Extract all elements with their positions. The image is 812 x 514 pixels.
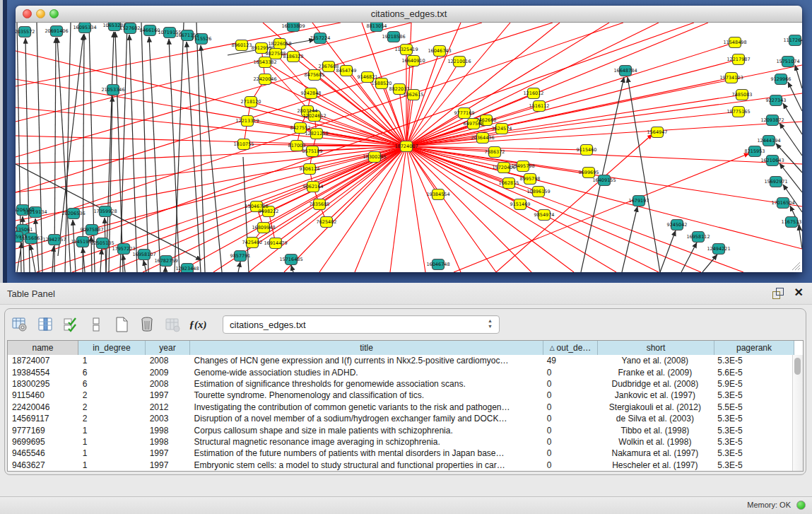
float-window-square-front — [776, 288, 784, 296]
graph-edge — [169, 39, 180, 272]
table-row[interactable]: 1456911722003Disruption of a novel membe… — [8, 413, 793, 424]
graph-node-label: 7462668 — [476, 117, 497, 123]
graph-node-label: 12444194 — [757, 138, 780, 144]
cell-title: Embryonic stem cells: a model to study s… — [190, 460, 543, 470]
cell-title: Structural magnetic resonance image aver… — [190, 437, 543, 447]
graph-node-label: 8215953 — [745, 148, 765, 154]
graph-node-label: 9857791 — [230, 253, 251, 259]
graph-node-label: 12923448 — [175, 266, 199, 271]
graph-edge — [406, 146, 574, 272]
table-row[interactable]: 946554611997Estimation of the future num… — [8, 448, 793, 459]
table-row[interactable]: 1872400712008Changes of HCN gene express… — [8, 355, 793, 366]
graph-edge — [406, 93, 802, 146]
cell-short: Nakamura et al. (1997) — [597, 448, 714, 458]
table-row[interactable]: 977716911998Corpus callosum shape and si… — [8, 424, 793, 436]
delete-columns-icon[interactable] — [138, 315, 156, 334]
graph-node-label: 15495798 — [511, 163, 534, 169]
cell-year: 1997 — [146, 448, 190, 458]
graph-edge — [238, 262, 240, 272]
close-panel-icon[interactable]: ✕ — [794, 286, 804, 299]
graph-node-label: 20364436 — [471, 135, 494, 141]
column-header-name[interactable]: name — [8, 341, 78, 355]
graph-node-label: 18219134 — [23, 209, 47, 215]
cell-pagerank: 5.3E-5 — [713, 414, 793, 424]
column-header-year[interactable]: year — [146, 341, 190, 355]
table-selector-dropdown[interactable]: citations_edges.txt ▲▼ — [223, 315, 500, 334]
cell-out_de: 0 — [543, 414, 597, 424]
column-header-out_de[interactable]: △out_de… — [543, 341, 598, 355]
cell-in_degree: 6 — [78, 368, 146, 378]
graph-edge — [291, 265, 293, 272]
graph-edge — [73, 220, 76, 272]
graph-node-label: 12210016 — [447, 59, 471, 64]
column-header-pagerank[interactable]: pagerank — [714, 341, 794, 355]
select-all-rows-icon[interactable] — [61, 315, 80, 334]
table-vertical-scrollbar[interactable] — [792, 355, 803, 471]
graph-node-label: 16640910 — [401, 58, 425, 64]
graph-node-label: 7835685 — [310, 201, 330, 207]
graph-node-label: 22420046 — [253, 76, 276, 82]
window-resize-grip[interactable] — [792, 262, 801, 271]
graph-node-label: 16409155 — [592, 177, 616, 183]
table-panel-title: Table Panel — [7, 288, 55, 299]
cell-in_degree: 2 — [78, 390, 146, 400]
cell-year: 2012 — [146, 402, 190, 412]
graph-node-label: 2035572 — [16, 29, 35, 35]
cell-pagerank: 5.9E-5 — [713, 379, 793, 389]
column-header-in_degree[interactable]: in_degree — [78, 341, 146, 355]
row-height-mode-icon[interactable] — [87, 315, 105, 334]
graph-node-label: 11548498 — [723, 40, 746, 45]
graph-node-label: 3624574 — [492, 126, 512, 132]
window-titlebar[interactable]: citations_edges.txt — [16, 6, 802, 23]
window-title: citations_edges.txt — [16, 8, 802, 19]
table-row[interactable]: 1830029562008Estimation of significance … — [8, 378, 793, 390]
graph-node-label: 8813054 — [367, 23, 387, 29]
cell-title: Estimation of significance thresholds fo… — [190, 379, 543, 389]
graph-edge — [660, 230, 676, 272]
graph-node-label: 16046743 — [428, 48, 451, 54]
table-panel: Table Panel ✕ — [0, 283, 812, 514]
cell-out_de: 0 — [543, 437, 597, 447]
cell-year: 1998 — [146, 426, 190, 436]
network-canvas[interactable]: 1872400789601238912955182260589827508165… — [16, 23, 802, 272]
table-row[interactable]: 911546021997Tourette syndrome. Phenomeno… — [8, 390, 793, 401]
show-columns-icon[interactable] — [36, 315, 54, 334]
graph-node-label: 15751074 — [776, 59, 799, 64]
table-settings-icon[interactable] — [11, 315, 29, 334]
graph-node-label: 16033809 — [281, 23, 305, 29]
column-header-short[interactable]: short — [598, 341, 714, 355]
graph-node-label: 18775165 — [726, 109, 750, 115]
graph-edge — [406, 23, 659, 146]
cell-pagerank: 5.3E-5 — [713, 426, 793, 436]
graph-edge — [406, 146, 425, 272]
new-column-icon[interactable] — [112, 315, 131, 334]
scrollbar-thumb[interactable] — [794, 358, 801, 375]
dropdown-stepper-icon: ▲▼ — [487, 318, 493, 331]
graph-node-label: 16958112 — [686, 234, 710, 240]
function-builder-icon[interactable]: ƒ(x) — [189, 315, 207, 334]
table-row[interactable]: 1938455462009Genome-wide association stu… — [8, 366, 793, 378]
graph-edge — [175, 23, 184, 272]
table-row[interactable]: 2242004622012Investigating the contribut… — [8, 402, 793, 413]
float-window-icon[interactable] — [772, 288, 784, 299]
graph-node-label: 12024612 — [302, 113, 326, 119]
graph-node-label: 9242848 — [301, 90, 322, 96]
cell-year: 1997 — [146, 390, 190, 400]
cell-name: 9777169 — [8, 426, 78, 436]
cell-in_degree: 1 — [78, 448, 146, 458]
table-header-row: namein_degreeyeartitle△out_de…shortpager… — [8, 341, 803, 356]
cell-pagerank: 5.6E-5 — [713, 368, 793, 378]
network-view-window: citations_edges.txt 18724007896012389129… — [16, 6, 802, 272]
table-row[interactable]: 946362711997Embryonic stem cells: a mode… — [8, 460, 793, 471]
column-header-title[interactable]: title — [190, 341, 543, 355]
graph-edge — [143, 260, 146, 272]
graph-node-label: 7425402 — [242, 240, 263, 245]
cell-out_de: 0 — [543, 460, 597, 470]
table-row[interactable]: 969969511998Structural magnetic resonanc… — [8, 436, 793, 448]
graph-node-label: 8960123 — [232, 42, 252, 48]
table-panel-header: Table Panel ✕ — [0, 283, 812, 305]
graph-node-label: 9777169 — [454, 110, 475, 116]
graph-edge — [115, 32, 123, 272]
status-bar: Memory: OK — [0, 496, 812, 514]
graph-node-label: 1362615 — [404, 92, 424, 98]
